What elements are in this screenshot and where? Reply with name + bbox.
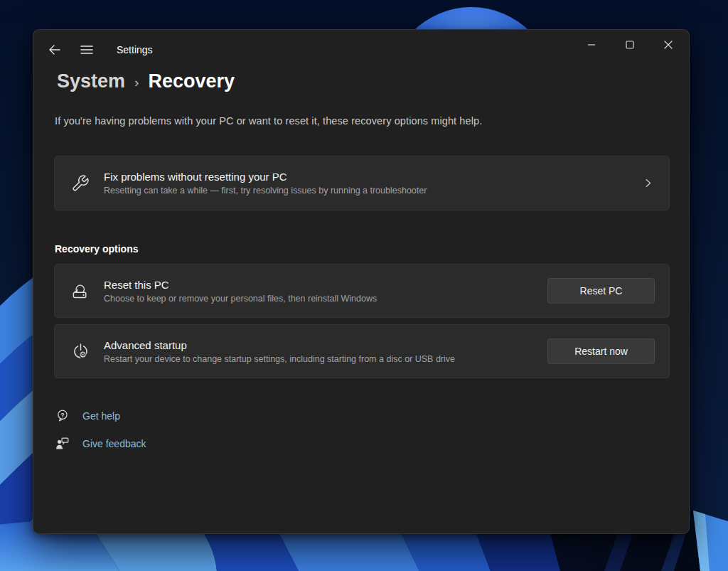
advanced-startup-icon: ⚙ (70, 341, 91, 362)
page-content: System › Recovery If you're having probl… (54, 30, 668, 533)
breadcrumb: System › Recovery (57, 70, 235, 92)
feedback-person-icon (55, 436, 70, 451)
card-title: Reset this PC (104, 279, 547, 291)
card-subtitle: Restart your device to change startup se… (104, 354, 547, 364)
settings-window: Settings System › Recovery (33, 29, 690, 534)
breadcrumb-system[interactable]: System (57, 70, 125, 92)
page-title: Recovery (148, 70, 235, 92)
breadcrumb-separator-icon: › (134, 73, 139, 90)
svg-text:?: ? (60, 412, 64, 419)
chevron-right-icon (643, 178, 653, 188)
reset-this-pc-card: Reset this PC Choose to keep or remove y… (54, 264, 670, 318)
card-title: Fix problems without resetting your PC (104, 171, 643, 183)
advanced-startup-card: ⚙ Advanced startup Restart your device t… (54, 324, 670, 378)
card-subtitle: Resetting can take a while — first, try … (104, 186, 643, 196)
page-description: If you're having problems with your PC o… (55, 115, 482, 127)
card-title: Advanced startup (104, 339, 547, 351)
help-bubble-icon: ? (55, 408, 70, 423)
give-feedback-link[interactable]: Give feedback (55, 436, 146, 451)
svg-text:⚙: ⚙ (79, 350, 87, 360)
reset-pc-icon (70, 280, 91, 301)
card-subtitle: Choose to keep or remove your personal f… (104, 294, 547, 304)
give-feedback-label[interactable]: Give feedback (82, 438, 146, 449)
get-help-link[interactable]: ? Get help (55, 408, 120, 423)
get-help-label[interactable]: Get help (82, 410, 120, 422)
fix-problems-card[interactable]: Fix problems without resetting your PC R… (54, 156, 670, 210)
wrench-icon (70, 173, 91, 194)
restart-now-button[interactable]: Restart now (547, 338, 655, 364)
reset-pc-button[interactable]: Reset PC (547, 278, 655, 304)
section-header: Recovery options (55, 243, 138, 255)
